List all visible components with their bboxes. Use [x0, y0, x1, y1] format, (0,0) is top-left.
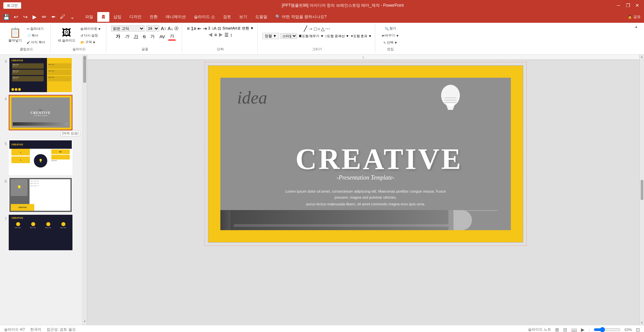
increase-indent-btn[interactable]: ⇥ — [203, 26, 207, 31]
justify-btn[interactable]: ☰ — [224, 32, 229, 38]
slide-canvas[interactable]: idea — [208, 65, 523, 243]
align-right-btn[interactable]: ⫸ — [218, 32, 223, 38]
underline-btn[interactable]: 가 — [132, 33, 140, 40]
strikethrough-btn[interactable]: S — [141, 34, 148, 40]
slide-image-7[interactable]: CREATIVE 💡 Main Title Main Title Main — [9, 215, 72, 250]
tab-slideshow[interactable]: 슬라이드 쇼 — [190, 12, 219, 22]
zoom-level: 63% — [625, 328, 632, 332]
close-button[interactable]: ✕ — [634, 3, 641, 8]
line-spacing-btn[interactable]: ↕ — [230, 32, 232, 38]
view-normal-btn[interactable]: ⊞ — [555, 327, 559, 332]
svg-point-2 — [441, 85, 460, 106]
shapes-more[interactable]: ⋯ — [325, 26, 330, 31]
undo-quick-btn[interactable]: ↩ — [12, 14, 19, 20]
bold-btn[interactable]: 가 — [114, 33, 122, 40]
align-left-btn[interactable]: ⫷ — [208, 32, 213, 38]
new-slide-button[interactable]: 🖼 새 슬라이드 — [55, 26, 78, 45]
canvas-scrollbar-vertical[interactable]: ▲ ▼ — [639, 55, 644, 325]
present-quick-btn[interactable]: ▶ — [31, 14, 38, 20]
reset-button[interactable]: ↺ 다시 설정 — [79, 32, 103, 39]
redo-quick-btn[interactable]: ↪ — [21, 14, 29, 20]
italic-btn[interactable]: 가 — [123, 33, 131, 40]
find-button[interactable]: 🔍 찾기 — [383, 25, 398, 31]
font-family-select[interactable]: 맑은 고딕 — [111, 25, 145, 31]
tab-animations[interactable]: 애니메이션 — [162, 12, 190, 22]
ribbon-tabs: 파일 홈 삽입 디자인 전환 애니메이션 슬라이드 쇼 검토 보기 도움말 🔍 … — [78, 12, 628, 22]
bullets-btn[interactable]: ≡ — [187, 26, 190, 31]
text-align-btn[interactable]: ⊡ — [218, 26, 221, 31]
circle-tool[interactable]: ○ — [317, 26, 320, 31]
arrow-tool[interactable]: → — [308, 26, 313, 32]
pen2-quick-btn[interactable]: ✒ — [50, 14, 57, 20]
status-bar: 슬라이드 4/7 한국어 접근성: 검토 필요 슬라이드 노트 ⊞ ⊟ 📖 ▶ … — [0, 325, 644, 332]
decrease-indent-btn[interactable]: ⇤ — [198, 26, 202, 31]
view-sorter-btn[interactable]: ⊟ — [563, 327, 567, 332]
ribbon-collapse-btn[interactable]: ▲ — [635, 25, 638, 28]
tab-home[interactable]: 홈 — [97, 12, 109, 22]
arrange-btn[interactable]: 정렬 ▼ — [262, 33, 279, 39]
slide-image-3[interactable]: CREATIVE Main Title Main Title Main Titl… — [9, 57, 72, 93]
slide-image-5[interactable]: CREATIVE ■ ■ 💡 01 — [9, 140, 72, 175]
increase-font-btn[interactable]: A↑ — [161, 26, 166, 31]
tab-help[interactable]: 도움말 — [251, 12, 271, 22]
slide-number-4: 4 — [2, 97, 7, 101]
minimize-button[interactable]: ─ — [615, 3, 622, 8]
shape-fill-btn[interactable]: ▣도형 채우기 ▼ — [299, 34, 324, 39]
tab-review[interactable]: 검토 — [219, 12, 235, 22]
decrease-font-btn[interactable]: A↓ — [168, 26, 173, 31]
paste-button[interactable]: 📋 붙여넣기 — [6, 26, 24, 45]
line-tool[interactable]: ╱ — [304, 25, 307, 32]
view-reading-btn[interactable]: 📖 — [571, 327, 577, 332]
smartart-btn[interactable]: SmartArt로 변환 ▼ — [222, 26, 254, 31]
shape-style-select[interactable]: 스타일 — [280, 33, 297, 39]
clear-format-btn[interactable]: Ⓐ — [174, 26, 178, 31]
scroll-thumb[interactable] — [641, 180, 643, 200]
scroll-down-btn[interactable]: ▼ — [641, 321, 643, 324]
tab-file[interactable]: 파일 — [81, 12, 97, 22]
copy-button[interactable]: 📄 복사 — [25, 32, 47, 39]
tab-insert[interactable]: 삽입 — [109, 12, 125, 22]
save-quick-btn[interactable]: 💾 — [3, 14, 10, 20]
view-slideshow-btn[interactable]: ▶ — [581, 327, 585, 332]
language-indicator: 한국어 — [30, 327, 41, 332]
spacing-btn[interactable]: AV — [158, 34, 166, 40]
slide-image-4[interactable]: idea CREATIVE -Presentation Template- — [9, 95, 72, 130]
pen1-quick-btn[interactable]: ✏ — [40, 14, 48, 20]
content-area: 3 CREATIVE Main Title Main Title Main Ti… — [0, 55, 644, 325]
tab-search[interactable]: 🔍 어떤 작업을 원하시나요? — [271, 12, 330, 22]
rect-tool[interactable]: □ — [314, 26, 317, 31]
shadow-btn[interactable]: 가 — [149, 33, 156, 40]
slides-group: 🖼 새 슬라이드 ⊞ 레이아웃 ▼ ↺ 다시 설정 📂 구역 ▼ 슬라이드 — [52, 24, 107, 53]
select-button[interactable]: ↖ 선택 ▼ — [382, 40, 399, 46]
shape-outline-btn[interactable]: □도형 윤곽선 ▼ — [325, 34, 349, 39]
layout-button[interactable]: ⊞ 레이아웃 ▼ — [79, 26, 103, 32]
restore-button[interactable]: ❐ — [625, 3, 631, 8]
numbering-btn[interactable]: 1≡ — [191, 26, 196, 31]
format-copy-button[interactable]: 🖌 서식 복사 — [25, 39, 47, 45]
more-quick-btn[interactable]: ⌄ — [68, 14, 76, 20]
font-size-select[interactable]: 24 — [146, 25, 159, 31]
zoom-slider[interactable] — [594, 328, 621, 331]
quick-access-toolbar: 💾 ↩ ↪ ▶ ✏ ✒ 🖊 ⌄ — [0, 11, 78, 23]
text-direction-btn[interactable]: ↕A — [212, 26, 216, 31]
cut-button[interactable]: ✂ 잘라내기 — [25, 26, 47, 32]
zoom-fit-btn[interactable]: ⊡ — [636, 327, 640, 332]
login-button[interactable]: 로그인 — [3, 2, 21, 9]
scroll-up-btn[interactable]: ▲ — [641, 55, 643, 58]
pen3-quick-btn[interactable]: 🖊 — [59, 14, 66, 20]
columns-btn[interactable]: ⫴ — [208, 25, 210, 31]
tab-design[interactable]: 디자인 — [125, 12, 146, 22]
tab-view[interactable]: 보기 — [235, 12, 251, 22]
align-center-btn[interactable]: ≡ — [214, 32, 217, 38]
shape-effect-btn[interactable]: ✦도형 효과 ▼ — [351, 34, 372, 39]
fontcolor-btn[interactable]: 가 — [168, 32, 176, 41]
slide-info: 슬라이드 4/7 — [4, 327, 25, 332]
tab-transitions[interactable]: 전환 — [146, 12, 162, 22]
triangle-tool[interactable]: △ — [321, 26, 325, 31]
notes-btn[interactable]: 슬라이드 노트 — [528, 327, 551, 332]
replace-button[interactable]: ⇄ 바꾸기 ▼ — [380, 32, 401, 39]
slide-panel-scrollbar[interactable]: ▼ ▲ — [83, 55, 87, 325]
svg-rect-3 — [446, 104, 454, 106]
section-button[interactable]: 📂 구역 ▼ — [79, 39, 103, 45]
slide-image-6[interactable]: 💡 Main Title: 44 Main Title: 44 Main Tit… — [9, 177, 72, 213]
